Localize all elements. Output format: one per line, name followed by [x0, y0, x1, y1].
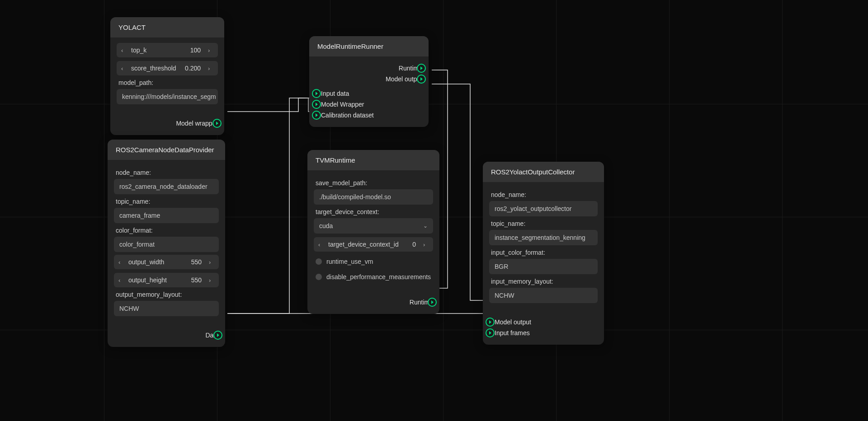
- port-input-frames-in[interactable]: Input frames: [489, 327, 598, 338]
- node-yolact[interactable]: YOLACT ‹ top_k 100 › ‹ score_threshold 0…: [110, 17, 224, 135]
- port-runtime-out[interactable]: Runtime: [316, 63, 422, 74]
- port-dot-icon[interactable]: [486, 328, 495, 337]
- node-ros2-camera-provider[interactable]: ROS2CameraNodeDataProvider node_name: ro…: [108, 140, 225, 347]
- stepper-score-threshold[interactable]: ‹ score_threshold 0.200 ›: [117, 61, 218, 75]
- chevron-left-icon[interactable]: ‹: [118, 277, 124, 284]
- chevron-left-icon[interactable]: ‹: [121, 65, 127, 72]
- field-label: target_device_context:: [316, 208, 431, 215]
- stepper-output-width[interactable]: ‹ output_width 550 ›: [114, 255, 219, 269]
- input-memory-layout-field[interactable]: NCHW: [489, 288, 598, 303]
- port-model-wrapper-out[interactable]: Model wrapper: [117, 118, 218, 129]
- port-dot-icon[interactable]: [417, 75, 426, 84]
- node-editor-canvas[interactable]: YOLACT ‹ top_k 100 › ‹ score_threshold 0…: [0, 0, 868, 421]
- stepper-target-device-context-id[interactable]: ‹ target_device_context_id 0 ›: [314, 237, 433, 252]
- node-ros2-yolact-output-collector[interactable]: ROS2YolactOutputCollector node_name: ros…: [483, 162, 604, 345]
- node-tvm-runtime[interactable]: TVMRuntime save_model_path: ./build/comp…: [307, 150, 439, 314]
- save-model-path-field[interactable]: ./build/compiled-model.so: [314, 189, 433, 205]
- node-title: ModelRuntimeRunner: [309, 36, 429, 56]
- field-label: model_path:: [118, 79, 216, 86]
- field-label: node_name:: [116, 169, 217, 176]
- input-color-format-field[interactable]: BGR: [489, 259, 598, 274]
- field-label: save_model_path:: [316, 179, 431, 187]
- field-label: topic_name:: [491, 220, 596, 227]
- port-runtime-out[interactable]: Runtime: [314, 297, 433, 308]
- port-dot-icon[interactable]: [486, 318, 495, 327]
- node-model-runtime-runner[interactable]: ModelRuntimeRunner Runtime Model output …: [309, 36, 429, 127]
- checkbox-icon: [316, 274, 322, 280]
- port-dot-icon[interactable]: [312, 89, 321, 98]
- topic-name-field[interactable]: instance_segmentation_kenning: [489, 230, 598, 245]
- checkbox-runtime-use-vm[interactable]: runtime_use_vm: [314, 255, 433, 268]
- stepper-output-height[interactable]: ‹ output_height 550 ›: [114, 273, 219, 287]
- port-dot-icon[interactable]: [428, 298, 437, 307]
- port-model-output-in[interactable]: Model output: [489, 317, 598, 327]
- stepper-top-k[interactable]: ‹ top_k 100 ›: [117, 43, 218, 57]
- node-name-field[interactable]: ros2_yolact_outputcollector: [489, 201, 598, 216]
- checkbox-icon: [316, 258, 322, 265]
- target-device-context-select[interactable]: cuda ⌄: [314, 218, 433, 234]
- field-label: input_memory_layout:: [491, 278, 596, 285]
- field-label: output_memory_layout:: [116, 291, 217, 298]
- field-label: topic_name:: [116, 198, 217, 205]
- checkbox-disable-performance-measurements[interactable]: disable_performance_measurements: [314, 271, 433, 283]
- field-label: color_format:: [116, 227, 217, 234]
- model-path-field[interactable]: kenning:///models/instance_segm: [117, 89, 218, 104]
- chevron-right-icon[interactable]: ›: [208, 65, 213, 72]
- chevron-left-icon[interactable]: ‹: [121, 47, 127, 54]
- node-title: ROS2YolactOutputCollector: [483, 162, 604, 182]
- node-title: TVMRuntime: [307, 150, 439, 170]
- node-name-field[interactable]: ros2_camera_node_dataloader: [114, 179, 219, 194]
- port-model-wrapper-in[interactable]: Model Wrapper: [316, 99, 422, 110]
- port-dot-icon[interactable]: [212, 119, 222, 128]
- topic-name-field[interactable]: camera_frame: [114, 208, 219, 223]
- chevron-right-icon[interactable]: ›: [209, 259, 214, 266]
- color-format-field[interactable]: color_format: [114, 237, 219, 252]
- chevron-right-icon[interactable]: ›: [209, 277, 214, 284]
- field-label: node_name:: [491, 191, 596, 198]
- port-dot-icon[interactable]: [312, 111, 321, 120]
- node-title: ROS2CameraNodeDataProvider: [108, 140, 225, 160]
- port-dot-icon[interactable]: [312, 100, 321, 109]
- chevron-down-icon: ⌄: [423, 223, 428, 229]
- port-dot-icon[interactable]: [213, 331, 222, 340]
- chevron-left-icon[interactable]: ‹: [318, 241, 324, 248]
- port-dot-icon[interactable]: [417, 64, 426, 73]
- port-model-output-out[interactable]: Model output: [316, 74, 422, 84]
- port-input-data-in[interactable]: Input data: [316, 88, 422, 99]
- port-data-out[interactable]: Data: [114, 330, 219, 341]
- chevron-left-icon[interactable]: ‹: [118, 259, 124, 266]
- node-title: YOLACT: [110, 17, 224, 37]
- field-label: input_color_format:: [491, 249, 596, 256]
- chevron-right-icon[interactable]: ›: [208, 47, 213, 54]
- chevron-right-icon[interactable]: ›: [423, 241, 429, 248]
- port-calibration-dataset-in[interactable]: Calibration dataset: [316, 110, 422, 121]
- memory-layout-field[interactable]: NCHW: [114, 301, 219, 316]
